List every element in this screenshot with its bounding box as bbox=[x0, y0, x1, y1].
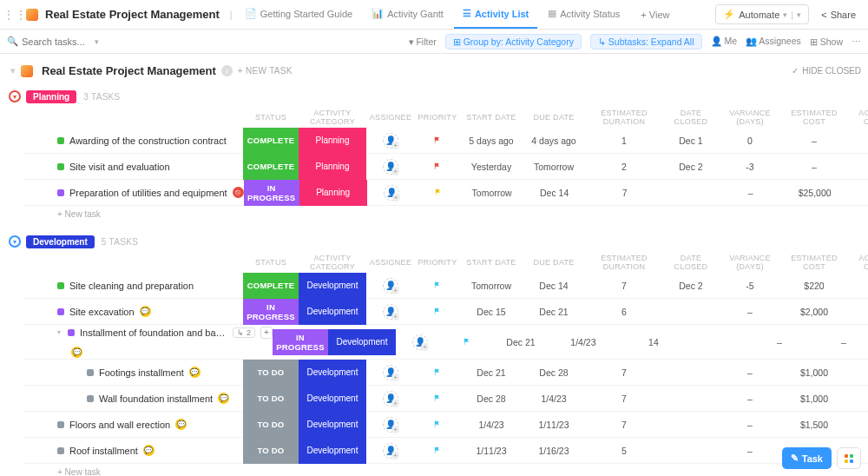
actual-cost[interactable]: – bbox=[847, 281, 868, 291]
variance[interactable]: – bbox=[719, 446, 781, 456]
assignee-add-icon[interactable]: 👤 bbox=[384, 185, 399, 201]
duration[interactable]: 14 bbox=[615, 337, 693, 347]
status-square-icon[interactable] bbox=[87, 395, 94, 402]
view-tab-activity-gantt[interactable]: 📊Activity Gantt bbox=[363, 0, 452, 29]
status-cell[interactable]: TO DO bbox=[243, 360, 299, 386]
expand-caret-icon[interactable]: ▾ bbox=[57, 328, 61, 336]
group-by-pill[interactable]: ⊞ Group by: Activity Category bbox=[445, 34, 582, 50]
date-closed[interactable]: Dec 1 bbox=[663, 136, 719, 146]
variance[interactable]: – bbox=[719, 307, 781, 317]
view-tab-getting-started-guide[interactable]: 📄Getting Started Guide bbox=[236, 0, 361, 29]
due-date[interactable]: Dec 14 bbox=[523, 281, 585, 291]
variance[interactable]: – bbox=[748, 337, 811, 347]
comment-icon[interactable]: 💬 bbox=[140, 306, 151, 317]
category-cell[interactable]: Development bbox=[299, 273, 366, 299]
share-button[interactable]: < Share bbox=[816, 6, 861, 23]
assignee-add-icon[interactable]: 👤 bbox=[383, 278, 398, 294]
variance[interactable]: – bbox=[719, 367, 781, 378]
start-date[interactable]: Tomorrow bbox=[461, 188, 523, 198]
task-row[interactable]: Roof installment 💬TO DODevelopment👤1/11/… bbox=[24, 438, 868, 464]
due-date[interactable]: Dec 21 bbox=[523, 307, 585, 317]
start-date[interactable]: 5 days ago bbox=[460, 136, 523, 146]
estimated-cost[interactable]: $25,000 bbox=[782, 188, 848, 198]
variance[interactable]: 0 bbox=[719, 136, 781, 146]
start-date[interactable]: Dec 28 bbox=[460, 393, 523, 404]
search-input[interactable] bbox=[22, 36, 91, 47]
status-cell[interactable]: COMPLETE bbox=[243, 273, 299, 299]
duration[interactable]: 7 bbox=[586, 188, 664, 198]
variance[interactable]: -3 bbox=[719, 162, 781, 172]
comment-icon[interactable]: 💬 bbox=[175, 419, 187, 430]
new-task-row[interactable]: + New task bbox=[24, 206, 868, 219]
task-name[interactable]: Installment of foundation and backfill bbox=[80, 327, 227, 338]
category-cell[interactable]: Planning bbox=[299, 180, 367, 206]
duration[interactable]: 1 bbox=[585, 136, 663, 146]
status-square-icon[interactable] bbox=[57, 137, 64, 144]
task-name[interactable]: Site excavation bbox=[69, 307, 135, 317]
collapse-icon[interactable]: ▾ bbox=[9, 235, 21, 248]
start-date[interactable]: Dec 21 bbox=[490, 337, 552, 347]
category-cell[interactable]: Planning bbox=[299, 154, 366, 180]
estimated-cost[interactable]: $1,000 bbox=[781, 367, 847, 378]
task-name[interactable]: Awarding of the construction contract bbox=[69, 136, 227, 146]
due-date[interactable]: 1/4/23 bbox=[523, 393, 585, 404]
status-square-icon[interactable] bbox=[57, 189, 64, 196]
hide-closed-toggle[interactable]: ✓ HIDE CLOSED bbox=[792, 66, 861, 76]
task-row[interactable]: Site excavation 💬IN PROGRESSDevelopment👤… bbox=[24, 299, 868, 325]
priority-flag-icon[interactable] bbox=[433, 393, 442, 402]
due-date[interactable]: Dec 14 bbox=[523, 188, 586, 198]
category-cell[interactable]: Planning bbox=[299, 128, 366, 154]
apps-icon[interactable]: ⋮⋮ bbox=[7, 7, 23, 23]
priority-flag-icon[interactable] bbox=[463, 337, 471, 346]
status-square-icon[interactable] bbox=[68, 329, 75, 336]
status-cell[interactable]: IN PROGRESS bbox=[273, 329, 328, 355]
blocked-icon[interactable]: ⦸ bbox=[233, 187, 244, 198]
me-filter[interactable]: 👤 Me bbox=[711, 36, 738, 47]
view-tab-activity-status[interactable]: ▦Activity Status bbox=[539, 0, 628, 29]
task-name[interactable]: Site cleaning and preparation bbox=[69, 281, 194, 291]
task-name[interactable]: Footings installment bbox=[99, 367, 184, 378]
category-cell[interactable]: Development bbox=[299, 438, 366, 464]
estimated-cost[interactable]: $2,000 bbox=[781, 307, 847, 317]
priority-flag-icon[interactable] bbox=[433, 420, 442, 428]
status-square-icon[interactable] bbox=[87, 369, 94, 376]
status-cell[interactable]: TO DO bbox=[243, 386, 299, 412]
estimated-cost[interactable]: – bbox=[811, 337, 868, 347]
assignee-add-icon[interactable]: 👤 bbox=[383, 365, 398, 380]
view-tab-activity-list[interactable]: ☰Activity List bbox=[454, 0, 537, 29]
subtasks-pill[interactable]: ↳ Subtasks: Expand All bbox=[590, 34, 702, 50]
due-date[interactable]: 1/4/23 bbox=[552, 337, 615, 347]
due-date[interactable]: 1/11/23 bbox=[523, 420, 585, 430]
priority-flag-icon[interactable] bbox=[433, 136, 442, 144]
more-icon[interactable]: ⋯ bbox=[852, 36, 861, 47]
comment-icon[interactable]: 💬 bbox=[71, 347, 82, 358]
apps-button[interactable] bbox=[837, 447, 861, 469]
comment-icon[interactable]: 💬 bbox=[189, 367, 201, 378]
estimated-cost[interactable]: $1,500 bbox=[781, 420, 847, 430]
new-task-inline[interactable]: + NEW TASK bbox=[238, 66, 293, 76]
assignee-add-icon[interactable]: 👤 bbox=[383, 133, 398, 149]
comment-icon[interactable]: 💬 bbox=[218, 393, 229, 404]
priority-flag-icon[interactable] bbox=[433, 367, 442, 376]
start-date[interactable]: 1/11/23 bbox=[460, 446, 523, 456]
priority-flag-icon[interactable] bbox=[434, 188, 443, 196]
task-row[interactable]: Site visit and evaluationCOMPLETEPlannin… bbox=[24, 154, 868, 180]
info-icon[interactable]: i bbox=[221, 65, 233, 76]
collapse-all-icon[interactable]: ▾ bbox=[10, 65, 16, 76]
filter-button[interactable]: ▾ Filter bbox=[409, 36, 437, 47]
group-label[interactable]: Planning bbox=[26, 90, 76, 103]
task-name[interactable]: Wall foundation installment bbox=[99, 393, 213, 404]
estimated-cost[interactable]: – bbox=[781, 162, 847, 172]
priority-flag-icon[interactable] bbox=[433, 307, 442, 315]
date-closed[interactable]: Dec 2 bbox=[663, 281, 719, 291]
due-date[interactable]: 4 days ago bbox=[523, 136, 585, 146]
assignee-add-icon[interactable]: 👤 bbox=[383, 391, 398, 407]
variance[interactable]: -5 bbox=[719, 281, 781, 291]
chevron-down-icon[interactable]: ▾ bbox=[95, 37, 99, 46]
show-button[interactable]: ⊞ Show bbox=[810, 36, 843, 47]
date-closed[interactable]: Dec 2 bbox=[663, 162, 719, 172]
add-view-button[interactable]: + View bbox=[632, 10, 678, 20]
task-row[interactable]: Awarding of the construction contractCOM… bbox=[24, 128, 868, 154]
task-row[interactable]: Wall foundation installment 💬TO DODevelo… bbox=[24, 386, 868, 412]
variance[interactable]: – bbox=[719, 393, 781, 404]
